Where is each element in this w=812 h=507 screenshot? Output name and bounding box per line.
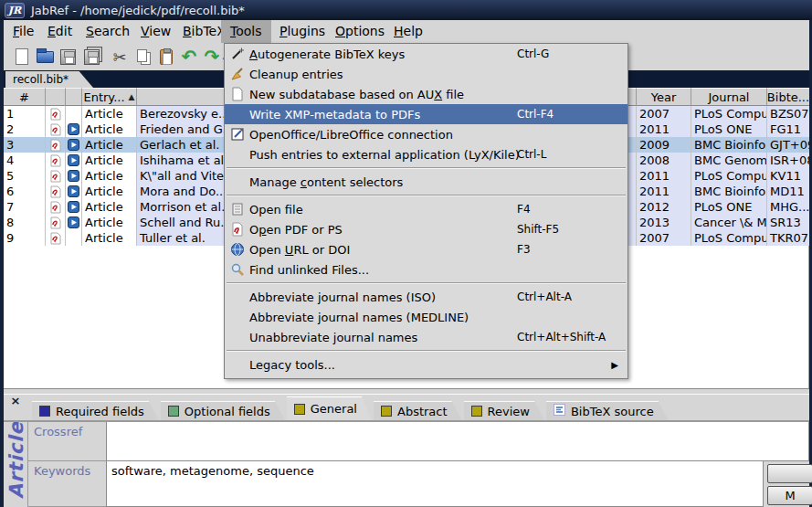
header-year[interactable]: Year [637,88,691,106]
pdf-icon[interactable] [46,153,66,168]
menu-item-open-file[interactable]: Open file F4 [225,199,627,219]
menu-search[interactable]: Search [77,20,139,43]
menu-item-open-url-or-doi[interactable]: Open URL or DOI F3 [225,239,627,259]
menu-separator [225,347,627,354]
window-title: JabRef - /home/jedick/pdf/recoll.bib* [31,4,245,17]
url-icon[interactable] [66,168,82,184]
pdf-icon[interactable] [46,121,66,137]
paste-icon[interactable] [155,46,177,68]
menu-help[interactable]: Help [385,20,432,43]
menu-item-find-unlinked-files[interactable]: Find unlinked Files... [225,259,627,280]
sort-ascending-icon: ▲ [129,92,135,101]
save-database-icon[interactable] [57,46,79,68]
pdf-icon[interactable] [46,168,66,184]
undo-icon[interactable]: ↶ [178,46,200,68]
menu-item-manage-content-selectors[interactable]: Manage content selectors [225,172,627,192]
menu-edit[interactable]: Edit [38,20,81,43]
pdf-icon [228,222,246,237]
menu-separator [225,192,627,199]
splitter[interactable] [4,388,809,395]
side-button-1[interactable] [767,464,812,483]
keywords-field[interactable]: software, metagenome, sequence [106,461,764,507]
menu-tools[interactable]: Tools [221,20,271,43]
header-journal[interactable]: Journal [691,88,767,106]
optional-fields-icon [168,406,179,417]
menu-item-push-entries[interactable]: Push entries to external application (Ly… [225,144,627,164]
abstract-tab-icon [381,406,392,417]
crossref-field[interactable] [106,422,809,461]
menu-file[interactable]: File [4,20,43,43]
keywords-label: Keywords [27,461,107,507]
tab-general[interactable]: General [287,396,372,420]
jabref-logo-icon: JR [5,3,25,18]
copy-icon[interactable] [132,46,154,68]
menu-item-abbreviate-iso[interactable]: Abbreviate journal names (ISO) Ctrl+Alt-… [225,287,627,307]
tab-optional-fields[interactable]: Optional fields [161,401,285,420]
menu-options[interactable]: Options [326,20,394,43]
url-icon[interactable] [66,121,82,137]
new-document-icon [228,87,246,101]
openoffice-icon [228,127,246,142]
entry-editor: × Article Required fields Optional field… [4,395,809,507]
url-icon[interactable] [66,153,82,168]
globe-icon [228,242,246,257]
url-icon[interactable] [66,215,82,230]
close-editor-button[interactable]: × [8,395,23,407]
menu-item-legacy-tools[interactable]: Legacy tools... ▶ [225,354,627,375]
general-tab-icon [294,404,305,415]
menu-plugins[interactable]: Plugins [270,20,334,43]
tab-required-fields[interactable]: Required fields [32,401,159,420]
required-fields-icon [39,406,50,417]
pdf-icon[interactable] [46,230,66,246]
menu-item-open-pdf-or-ps[interactable]: Open PDF or PS Shift-F5 [225,219,627,239]
url-icon[interactable] [66,137,82,153]
pdf-icon[interactable] [46,199,66,215]
menu-item-autogenerate-bibtex-keys[interactable]: Autogenerate BibTeX keys Ctrl-G [225,44,627,64]
menu-item-cleanup-entries[interactable]: Cleanup entries [225,64,627,84]
file-icon [228,202,246,217]
tab-bibtex-source[interactable]: BibTeX source [546,401,669,420]
menu-separator [225,280,627,287]
side-button-manage[interactable]: M [767,486,812,505]
menu-separator [225,164,627,172]
url-icon[interactable] [66,184,82,199]
new-database-icon[interactable] [11,46,33,68]
titlebar: JR JabRef - /home/jedick/pdf/recoll.bib* [0,0,812,20]
tab-recoll-bib[interactable]: recoll.bib* [5,71,93,88]
header-url[interactable] [66,88,82,106]
menu-item-new-subdatabase[interactable]: New subdatabase based on AUX file [225,84,627,104]
entry-type-label: Article [4,413,29,507]
wand-icon [228,47,246,61]
menu-item-abbreviate-medline[interactable]: Abbreviate journal names (MEDLINE) [225,307,627,327]
tools-dropdown-menu: Autogenerate BibTeX keys Ctrl-G Cleanup … [224,43,628,379]
bibtex-source-icon [554,404,565,418]
broom-icon [228,67,246,81]
magnifier-icon [228,262,246,277]
editor-tabs: Required fields Optional fields General … [32,399,670,420]
header-bibtexkey[interactable]: Bibte... [767,88,809,106]
jabref-window: JR JabRef - /home/jedick/pdf/recoll.bib*… [0,0,812,507]
save-all-icon[interactable] [80,46,102,68]
pdf-icon[interactable] [46,106,66,121]
menu-item-write-xmp-metadata[interactable]: Write XMP-metadata to PDFs Ctrl-F4 [225,104,627,124]
url-icon[interactable] [66,199,82,215]
review-tab-icon [471,406,482,417]
header-pdf[interactable] [46,88,66,106]
header-num[interactable]: # [4,88,46,106]
pdf-icon[interactable] [46,137,66,153]
cut-icon[interactable]: ✂ [109,46,131,68]
menu-item-unabbreviate[interactable]: Unabbreviate journal names Ctrl+Alt+Shif… [225,327,627,347]
menu-item-openoffice-connection[interactable]: OpenOffice/LibreOffice connection [225,124,627,144]
tab-abstract[interactable]: Abstract [374,401,462,420]
tab-review[interactable]: Review [464,401,544,420]
submenu-arrow-icon: ▶ [611,360,618,370]
pdf-icon[interactable] [46,215,66,230]
crossref-label: Crossref [27,422,107,461]
menubar: File Edit Search View BibTeX Tools Plugi… [4,20,809,43]
pdf-icon[interactable] [46,184,66,199]
open-database-icon[interactable] [34,46,56,68]
header-entrytype[interactable]: Entry...▲ [82,88,137,106]
